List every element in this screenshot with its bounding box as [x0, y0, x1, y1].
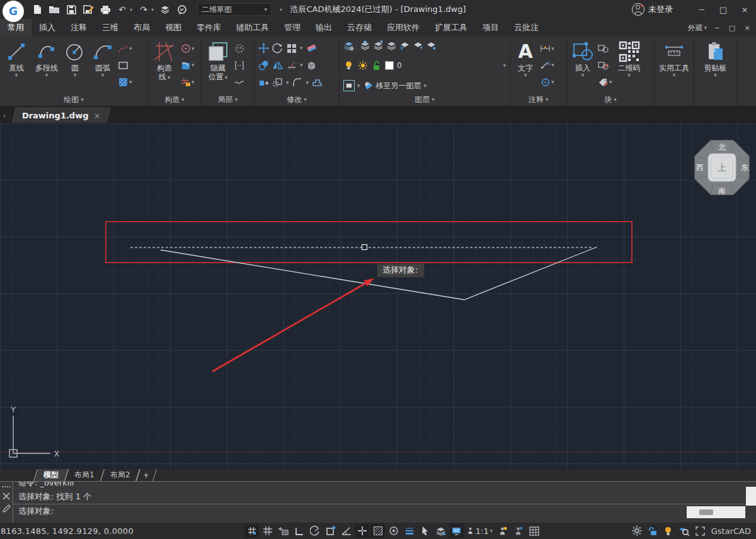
- tab-project[interactable]: 项目: [475, 19, 507, 37]
- unlock-icon[interactable]: [371, 60, 382, 71]
- tips-bulb-icon[interactable]: [664, 526, 672, 536]
- app-logo-icon[interactable]: G: [3, 1, 24, 22]
- layer-unisolate-icon[interactable]: [373, 40, 384, 51]
- break-view-icon[interactable]: [234, 60, 244, 71]
- layer-lock-icon[interactable]: [413, 40, 423, 51]
- rectangle-icon[interactable]: [118, 60, 129, 71]
- document-tab[interactable]: Drawing1.dwg ×: [12, 108, 110, 123]
- tab-output[interactable]: 输出: [308, 19, 340, 37]
- redo-icon[interactable]: ↷: [138, 4, 149, 15]
- layer-select[interactable]: 0 ▾: [343, 54, 506, 77]
- tab-cloud[interactable]: 云存储: [340, 19, 379, 37]
- array-icon[interactable]: [286, 43, 297, 54]
- command-window[interactable]: 命令: _overkill 选择对象: 找到 1 个 选择对象:: [0, 482, 756, 523]
- insert-block-button[interactable]: 插入 ▾: [568, 38, 597, 93]
- undo-icon[interactable]: ↶: [117, 4, 128, 15]
- tab-layout1[interactable]: 布局1: [64, 469, 105, 481]
- qrcode-button[interactable]: 二维码 ▾: [613, 38, 646, 93]
- centermark-icon[interactable]: [540, 77, 551, 88]
- settings-gear-icon[interactable]: [632, 526, 642, 536]
- spline-icon[interactable]: [118, 43, 129, 54]
- tab-manage[interactable]: 管理: [277, 19, 308, 37]
- grid-display-icon[interactable]: [260, 524, 275, 538]
- drawing-canvas[interactable]: Y X 选择对象: 北 南 西 东 上: [0, 123, 756, 469]
- layer-state-icon[interactable]: [343, 80, 355, 91]
- minimize-button[interactable]: ─: [693, 2, 711, 17]
- move-icon[interactable]: [258, 43, 269, 54]
- annotation-scale-control[interactable]: 1:1 ▾: [465, 524, 494, 538]
- arc-button[interactable]: 圆弧 ▾: [88, 38, 117, 93]
- command-history[interactable]: 命令: _overkill 选择对象: 找到 1 个 选择对象:: [13, 482, 756, 523]
- command-vertical-scrollbar[interactable]: [746, 487, 756, 506]
- tab-express[interactable]: 扩展工具: [427, 19, 475, 37]
- tab-apps[interactable]: 应用软件: [379, 19, 427, 37]
- redo-dropdown-icon[interactable]: ▾: [151, 7, 154, 13]
- hide-position-button[interactable]: 隐藏位置▾: [203, 38, 233, 93]
- erase-icon[interactable]: [306, 43, 317, 54]
- command-close-icon[interactable]: [3, 492, 10, 500]
- tab-layout2[interactable]: 布局2: [100, 469, 140, 481]
- object-snap-icon[interactable]: [323, 524, 338, 538]
- polyline-edit-icon[interactable]: [312, 77, 323, 88]
- tab-cloud-markup[interactable]: 云批注: [507, 19, 546, 37]
- ucs-icon[interactable]: [9, 416, 50, 457]
- save-as-icon[interactable]: [83, 4, 94, 15]
- move-to-layer-button[interactable]: 移至另一图层: [376, 81, 421, 91]
- tab-model[interactable]: 模型: [33, 469, 69, 481]
- workspace-select[interactable]: 二维草图 ▾: [197, 3, 272, 16]
- construction-line-button[interactable]: 构造线▾: [149, 38, 180, 93]
- appearance-menu[interactable]: 外观▾: [687, 23, 707, 33]
- panel-draw-footer[interactable]: 绘图▾: [0, 93, 147, 106]
- tab-layout[interactable]: 布局: [126, 19, 158, 37]
- ribbon-minimize-icon[interactable]: ─: [712, 24, 722, 32]
- comment-icon[interactable]: [176, 4, 188, 15]
- login-status[interactable]: 未登录: [632, 3, 673, 16]
- graphics-monitor-icon[interactable]: [449, 524, 464, 538]
- lineweight-icon[interactable]: [402, 524, 416, 538]
- xline-lock-icon[interactable]: [180, 77, 191, 88]
- command-horizontal-scrollbar[interactable]: [687, 506, 745, 518]
- mirror-icon[interactable]: [272, 60, 283, 71]
- panel-construct-footer[interactable]: 构造▾: [148, 93, 201, 106]
- wave-line-icon[interactable]: [234, 77, 244, 88]
- panel-annotate-footer[interactable]: 注释▾: [510, 93, 566, 106]
- dimension-icon[interactable]: [540, 43, 551, 54]
- fillet-icon[interactable]: [292, 77, 303, 88]
- panel-modify-footer[interactable]: 修改▾: [255, 93, 339, 106]
- angle-snap-icon[interactable]: [339, 524, 353, 538]
- tab-view[interactable]: 视图: [158, 19, 189, 37]
- tab-parts[interactable]: 零件库: [189, 19, 229, 37]
- measure-button[interactable]: 实用工具 ▾: [656, 38, 692, 106]
- layer-dropdown-icon[interactable]: ▾: [503, 62, 506, 69]
- compass-north[interactable]: 北: [718, 143, 726, 152]
- match-layer-icon[interactable]: [363, 81, 374, 91]
- grip-point[interactable]: [362, 245, 367, 250]
- dynamic-ucs-icon[interactable]: [386, 524, 401, 538]
- snap-mode-icon[interactable]: [244, 524, 259, 538]
- layer-off-icon[interactable]: [399, 40, 410, 51]
- create-block-icon[interactable]: [598, 43, 609, 54]
- circle-button[interactable]: 圆 ▾: [62, 38, 88, 93]
- hatch-preview-icon[interactable]: [370, 524, 385, 538]
- rotate-icon[interactable]: [272, 43, 283, 54]
- polar-tracking-icon[interactable]: [307, 524, 322, 538]
- isolate-objects-icon[interactable]: [679, 526, 689, 536]
- command-edit-icon[interactable]: [3, 504, 11, 513]
- annotation-visibility-icon[interactable]: [495, 524, 510, 538]
- fullscreen-icon[interactable]: [696, 526, 705, 536]
- sun-icon[interactable]: [357, 60, 368, 71]
- scrollbar-thumb[interactable]: [699, 509, 713, 515]
- layer-monitor-icon[interactable]: [433, 524, 448, 538]
- explode-icon[interactable]: [306, 60, 317, 71]
- tab-close-icon[interactable]: ×: [93, 111, 100, 120]
- hatch-icon[interactable]: [118, 77, 129, 88]
- edit-block-icon[interactable]: [598, 60, 609, 71]
- copy-icon[interactable]: [258, 60, 269, 71]
- annotation-autoscale-icon[interactable]: [511, 524, 525, 538]
- layer-freeze-icon[interactable]: [386, 40, 397, 51]
- layer-match-icon[interactable]: [426, 40, 437, 51]
- tab-3d[interactable]: 三维: [94, 19, 126, 37]
- undo-dropdown-icon[interactable]: ▾: [130, 7, 132, 13]
- point-circle-icon[interactable]: [180, 43, 191, 54]
- add-layout-button[interactable]: +: [135, 469, 157, 481]
